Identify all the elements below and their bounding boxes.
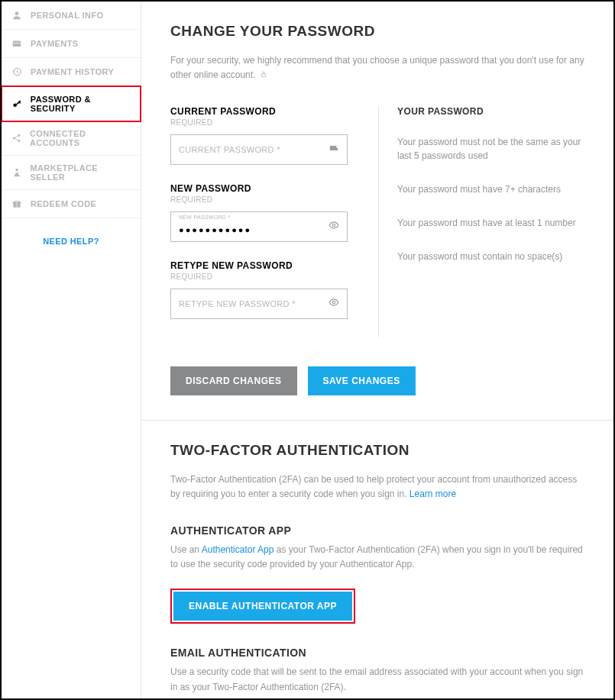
enable-authenticator-app-button[interactable]: ENABLE AUTHENTICATOR APP [173, 592, 352, 621]
gift-icon [11, 198, 23, 210]
email-auth-desc: Use a security code that will be sent to… [170, 665, 584, 694]
sidebar-item-label: PASSWORD & SECURITY [31, 95, 131, 113]
sidebar-item-password-security[interactable]: PASSWORD & SECURITY [1, 85, 141, 122]
share-icon [11, 132, 22, 144]
rule-item: Your password must have at least 1 numbe… [397, 216, 584, 230]
rule-item: Your password must have 7+ characters [397, 182, 584, 196]
wallet-icon [11, 37, 23, 50]
floating-label: NEW PASSWORD * [179, 215, 230, 220]
svg-point-16 [332, 224, 335, 227]
sidebar-item-label: MARKETPLACE SELLER [30, 163, 131, 182]
svg-rect-9 [15, 173, 18, 174]
svg-point-0 [15, 11, 19, 15]
svg-rect-15 [335, 148, 338, 150]
section-description: For your security, we highly recommend t… [170, 53, 584, 83]
main-content: CHANGE YOUR PASSWORD For your security, … [141, 2, 613, 698]
seller-icon [11, 166, 22, 179]
email-auth-title: EMAIL AUTHENTICATION [170, 647, 584, 659]
two-factor-title: TWO-FACTOR AUTHENTICATION [170, 442, 584, 459]
discard-changes-button[interactable]: DISCARD CHANGES [170, 366, 297, 395]
retype-password-input[interactable] [179, 299, 319, 308]
svg-rect-2 [13, 43, 21, 44]
sidebar: PERSONAL INFO PAYMENTS PAYMENT HISTORY P… [2, 2, 141, 698]
sidebar-item-marketplace-seller[interactable]: MARKETPLACE SELLER [2, 156, 141, 190]
keyboard-icon[interactable] [329, 143, 339, 156]
field-required: REQUIRED [170, 195, 348, 204]
svg-point-8 [15, 169, 18, 172]
sidebar-item-label: CONNECTED ACCOUNTS [30, 129, 131, 147]
sidebar-item-label: PAYMENT HISTORY [31, 67, 114, 76]
field-label: CURRENT PASSWORD [170, 106, 348, 117]
current-password-input[interactable] [179, 145, 319, 154]
new-password-input[interactable]: ●●●●●●●●●●● [179, 225, 251, 234]
key-icon [11, 98, 23, 110]
person-icon [11, 9, 23, 21]
svg-point-17 [332, 301, 335, 304]
eye-icon[interactable] [329, 220, 339, 234]
svg-rect-1 [13, 41, 21, 47]
rule-item: Your password must not be the same as yo… [397, 135, 584, 163]
password-rules: YOUR PASSWORD Your password must not be … [378, 106, 584, 337]
retype-password-field: RETYPE NEW PASSWORD REQUIRED [170, 260, 348, 319]
field-required: REQUIRED [170, 273, 348, 281]
field-label: NEW PASSWORD [170, 183, 348, 194]
authenticator-app-title: AUTHENTICATOR APP [170, 524, 584, 537]
svg-rect-13 [261, 74, 265, 77]
history-icon [11, 66, 23, 78]
eye-icon[interactable] [329, 297, 339, 311]
need-help-link[interactable]: NEED HELP? [2, 218, 141, 264]
authenticator-app-link[interactable]: Authenticator App [202, 544, 274, 555]
rules-title: YOUR PASSWORD [397, 106, 584, 117]
sidebar-item-personal-info[interactable]: PERSONAL INFO [2, 2, 141, 30]
rule-item: Your password must contain no space(s) [397, 250, 584, 263]
sidebar-item-label: REDEEM CODE [31, 199, 96, 208]
sidebar-item-redeem-code[interactable]: REDEEM CODE [2, 190, 141, 218]
page-title: CHANGE YOUR PASSWORD [170, 23, 584, 40]
authenticator-app-group: AUTHENTICATOR APP Use an Authenticator A… [170, 524, 584, 624]
two-factor-desc: Two-Factor Authentication (2FA) can be u… [170, 473, 584, 502]
lock-icon [260, 68, 267, 82]
save-changes-button[interactable]: SAVE CHANGES [308, 366, 416, 395]
new-password-field: NEW PASSWORD REQUIRED NEW PASSWORD * ●●●… [170, 183, 348, 242]
current-password-field: CURRENT PASSWORD REQUIRED [170, 106, 348, 165]
sidebar-item-connected-accounts[interactable]: CONNECTED ACCOUNTS [2, 121, 141, 156]
sidebar-item-payment-history[interactable]: PAYMENT HISTORY [2, 58, 141, 86]
svg-point-7 [18, 140, 20, 142]
email-auth-group: EMAIL AUTHENTICATION Use a security code… [170, 647, 584, 698]
svg-point-5 [13, 137, 15, 140]
authenticator-app-desc: Use an Authenticator App as your Two-Fac… [170, 543, 584, 572]
two-factor-section: TWO-FACTOR AUTHENTICATION Two-Factor Aut… [141, 421, 613, 698]
highlight-box: ENABLE AUTHENTICATOR APP [170, 589, 355, 624]
svg-point-4 [14, 103, 18, 107]
learn-more-link[interactable]: Learn more [409, 489, 456, 499]
sidebar-item-label: PERSONAL INFO [31, 11, 103, 20]
field-label: RETYPE NEW PASSWORD [170, 260, 348, 271]
sidebar-item-label: PAYMENTS [31, 39, 79, 48]
change-password-section: CHANGE YOUR PASSWORD For your security, … [141, 2, 613, 421]
svg-point-6 [18, 134, 20, 137]
sidebar-item-payments[interactable]: PAYMENTS [2, 30, 141, 58]
svg-rect-12 [16, 202, 17, 208]
field-required: REQUIRED [170, 118, 348, 127]
